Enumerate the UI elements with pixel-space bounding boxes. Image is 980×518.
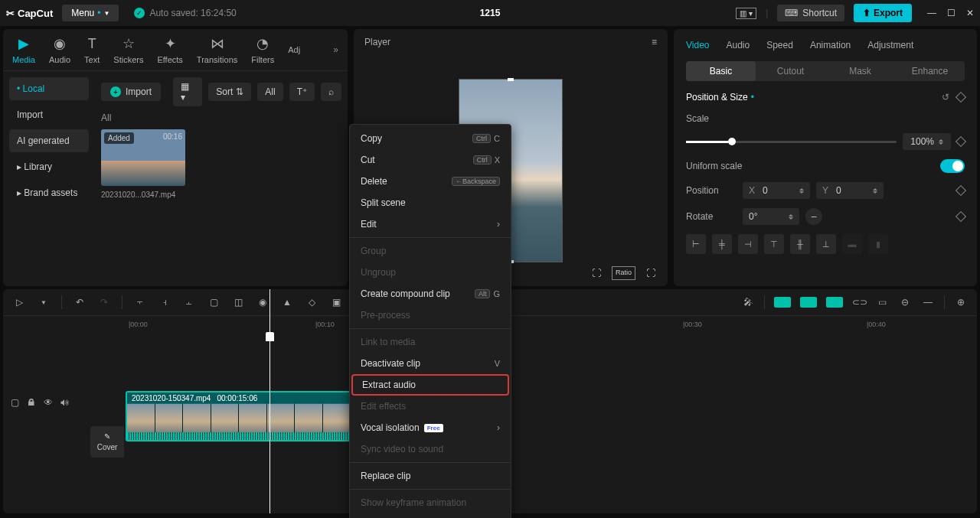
align-top-button[interactable]: ⊤ xyxy=(764,234,784,254)
search-button[interactable]: ⌕ xyxy=(321,83,341,101)
magnet-3-button[interactable] xyxy=(826,297,843,308)
rotate-dial[interactable]: – xyxy=(805,208,822,225)
fullscreen-icon[interactable]: ⛶ xyxy=(643,266,658,280)
tab-adj[interactable]: Adj xyxy=(288,45,300,54)
close-button[interactable]: ✕ xyxy=(966,8,974,18)
pointer-tool[interactable]: ▷ xyxy=(12,297,26,308)
preview-button[interactable]: ▭ xyxy=(875,297,889,308)
track-select-icon[interactable]: ▢ xyxy=(11,397,19,408)
lock-icon[interactable]: 🔒︎ xyxy=(27,397,36,408)
trim-left-button[interactable]: ⫞ xyxy=(158,297,172,308)
prop-tab-adjustment[interactable]: Adjustment xyxy=(867,40,913,50)
playhead[interactable] xyxy=(270,289,270,513)
freeze-button[interactable]: ▣ xyxy=(329,297,343,308)
tab-media[interactable]: ▶Media xyxy=(12,35,35,64)
ctx-compound[interactable]: Create compound clipAltG xyxy=(350,283,511,305)
sidebar-item-library[interactable]: ▸ Library xyxy=(9,155,89,178)
position-keyframe-icon[interactable] xyxy=(956,185,966,196)
record-button[interactable]: ◉ xyxy=(256,297,270,308)
maximize-button[interactable]: ☐ xyxy=(947,8,956,18)
sub-tab-basic[interactable]: Basic xyxy=(686,61,756,81)
eye-icon[interactable]: 👁 xyxy=(44,397,53,408)
magnet-1-button[interactable] xyxy=(774,297,791,308)
split-button[interactable]: ⫟ xyxy=(133,297,147,308)
align-right-button[interactable]: ⊣ xyxy=(738,234,758,254)
ctx-extract-audio[interactable]: Extract audio xyxy=(351,374,509,396)
zoom-fit-button[interactable]: ⊕ xyxy=(954,297,968,308)
tab-audio[interactable]: ◉Audio xyxy=(49,35,70,64)
ctx-range[interactable]: Range› xyxy=(350,513,511,518)
import-button[interactable]: +Import xyxy=(101,83,161,101)
scale-keyframe-icon[interactable] xyxy=(956,136,966,147)
sub-tab-enhance[interactable]: Enhance xyxy=(895,61,965,81)
tab-text[interactable]: TText xyxy=(84,36,100,64)
position-x-input[interactable]: X0 xyxy=(743,182,810,199)
mute-icon[interactable]: 🔊︎ xyxy=(60,397,70,408)
ctx-split-scene[interactable]: Split scene xyxy=(350,192,511,213)
mic-icon[interactable]: 🎤︎ xyxy=(741,297,755,308)
keyframe-icon[interactable] xyxy=(956,92,966,103)
rotate-input[interactable]: 0° xyxy=(743,208,799,225)
undo-button[interactable]: ↶ xyxy=(73,297,87,308)
scale-slider[interactable] xyxy=(686,141,897,143)
player-menu-icon[interactable]: ≡ xyxy=(652,37,657,47)
tab-transitions[interactable]: ⋈Transitions xyxy=(197,35,237,64)
prop-tab-audio[interactable]: Audio xyxy=(726,40,750,50)
align-hcenter-button[interactable]: ╪ xyxy=(712,234,732,254)
grid-view-button[interactable]: ▦ ▾ xyxy=(173,77,202,106)
ctx-edit[interactable]: Edit› xyxy=(350,213,511,235)
link-button[interactable]: ⊂⊃ xyxy=(852,297,866,308)
sort-button[interactable]: Sort ⇅ xyxy=(208,83,251,101)
ctx-cut[interactable]: CutCtrlX xyxy=(350,149,511,171)
crop-button[interactable]: ◫ xyxy=(231,297,245,308)
align-vcenter-button[interactable]: ╫ xyxy=(790,234,810,254)
filter-all-button[interactable]: All xyxy=(257,83,283,101)
tab-stickers[interactable]: ☆Stickers xyxy=(113,35,143,64)
prop-tab-animation[interactable]: Animation xyxy=(810,40,851,50)
media-thumbnail[interactable]: Added 00:16 20231020...0347.mp4 xyxy=(101,129,185,199)
tool-dropdown[interactable]: ▼ xyxy=(37,299,51,306)
trim-right-button[interactable]: ⫠ xyxy=(182,297,196,308)
prop-tab-speed[interactable]: Speed xyxy=(766,40,793,50)
magnet-2-button[interactable] xyxy=(800,297,817,308)
sidebar-item-local[interactable]: • Local xyxy=(9,77,89,100)
ctx-delete[interactable]: Delete←Backspace xyxy=(350,171,511,192)
mirror-button[interactable]: ◇ xyxy=(305,297,318,308)
layout-icon[interactable]: ▥ ▾ xyxy=(736,8,756,19)
ctx-copy[interactable]: CopyCtrlC xyxy=(350,128,511,149)
sub-tab-cutout[interactable]: Cutout xyxy=(756,61,825,81)
tabs-more-icon[interactable]: » xyxy=(333,44,338,55)
timeline-ruler[interactable]: |00:00 |00:10 |00:30 |00:40 xyxy=(93,316,977,333)
ctx-replace[interactable]: Replace clip xyxy=(350,465,511,487)
position-y-input[interactable]: Y0 xyxy=(816,182,884,199)
align-left-button[interactable]: ⊢ xyxy=(686,234,706,254)
reverse-button[interactable]: ▲ xyxy=(280,297,294,308)
cover-button[interactable]: ✎ Cover xyxy=(90,426,124,458)
reset-icon[interactable]: ↺ xyxy=(942,92,949,103)
prop-tab-video[interactable]: Video xyxy=(686,40,709,50)
minimize-button[interactable]: — xyxy=(927,8,936,18)
tab-filters[interactable]: ◔Filters xyxy=(251,35,274,64)
timeline-clip[interactable]: 20231020-150347.mp4 00:00:15:06 xyxy=(126,391,352,441)
sidebar-item-aigen[interactable]: AI generated xyxy=(9,129,89,152)
redo-button[interactable]: ↷ xyxy=(97,297,111,308)
menu-button[interactable]: Menu • ▼ xyxy=(62,5,119,21)
text-size-button[interactable]: T⁺ xyxy=(289,83,315,101)
rotate-keyframe-icon[interactable] xyxy=(956,211,966,222)
ratio-button[interactable]: Ratio xyxy=(612,266,635,280)
delete-button[interactable]: ▢ xyxy=(207,297,220,308)
zoom-slider[interactable]: — xyxy=(921,297,935,308)
zoom-out-button[interactable]: ⊖ xyxy=(898,297,912,308)
ctx-vocal-isolation[interactable]: Vocal isolationFree› xyxy=(350,417,511,438)
sidebar-item-brand[interactable]: ▸ Brand assets xyxy=(9,181,89,204)
shortcut-button[interactable]: ⌨ Shortcut xyxy=(777,5,844,21)
export-button[interactable]: ⬆ Export xyxy=(854,4,912,22)
align-bottom-button[interactable]: ⊥ xyxy=(816,234,836,254)
uniform-toggle[interactable] xyxy=(940,159,965,173)
tab-effects[interactable]: ✦Effects xyxy=(157,35,182,64)
crop-icon[interactable]: ⛶ xyxy=(589,266,604,280)
ctx-deactivate[interactable]: Deactivate clipV xyxy=(350,353,511,374)
scale-value[interactable]: 100% xyxy=(903,133,951,150)
sidebar-item-import[interactable]: Import xyxy=(9,103,89,126)
sub-tab-mask[interactable]: Mask xyxy=(825,61,895,81)
